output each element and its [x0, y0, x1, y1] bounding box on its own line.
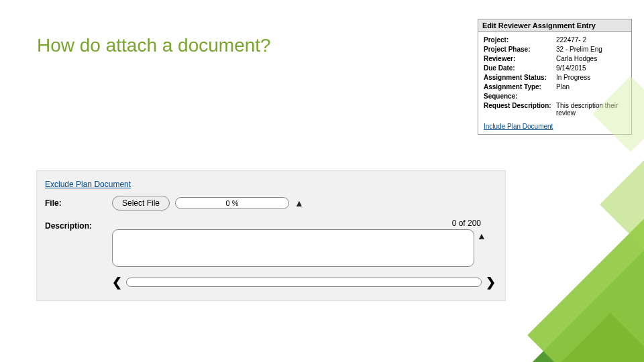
- panel-value: Carla Hodges: [556, 55, 626, 62]
- panel-value: 9/14/2015: [556, 64, 626, 72]
- panel-value: This description their review: [556, 102, 626, 117]
- panel-body: Project: 222477- 2 Project Phase: 32 - P…: [478, 32, 631, 134]
- panel-row-status: Assignment Status: In Progress: [484, 74, 626, 81]
- panel-value: 32 - Prelim Eng: [556, 46, 626, 53]
- panel-value: 222477- 2: [556, 36, 626, 44]
- select-file-button[interactable]: Select File: [112, 196, 170, 210]
- file-label: File:: [45, 196, 112, 208]
- panel-value: In Progress: [556, 74, 626, 81]
- panel-label: Project:: [484, 36, 556, 44]
- panel-value: Plan: [556, 83, 626, 90]
- description-label: Description:: [45, 219, 112, 231]
- panel-row-request-desc: Request Description: This description th…: [484, 102, 626, 117]
- panel-row-project: Project: 222477- 2: [484, 36, 626, 44]
- panel-row-type: Assignment Type: Plan: [484, 83, 626, 90]
- nav-next-button[interactable]: ❯: [486, 275, 496, 290]
- panel-label: Sequence:: [484, 93, 556, 100]
- page-title: How do attach a document?: [37, 35, 271, 56]
- nav-bar: ❮ ❯: [112, 275, 497, 290]
- include-plan-document-link[interactable]: Include Plan Document: [484, 123, 553, 130]
- panel-label: Reviewer:: [484, 55, 556, 62]
- panel-row-phase: Project Phase: 32 - Prelim Eng: [484, 46, 626, 53]
- description-input[interactable]: [112, 229, 474, 267]
- panel-label: Assignment Type:: [484, 83, 556, 90]
- panel-label: Project Phase:: [484, 46, 556, 53]
- description-row: Description: 0 of 200 ▲: [45, 219, 497, 267]
- char-count: 0 of 200: [112, 219, 497, 228]
- nav-scroll-track[interactable]: [126, 278, 482, 287]
- panel-row-sequence: Sequence:: [484, 93, 626, 100]
- panel-row-due-date: Due Date: 9/14/2015: [484, 64, 626, 72]
- panel-row-reviewer: Reviewer: Carla Hodges: [484, 55, 626, 62]
- panel-header: Edit Reviewer Assignment Entry: [478, 19, 631, 32]
- panel-label: Due Date:: [484, 64, 556, 72]
- panel-value: [556, 93, 626, 100]
- upload-progress: 0 %: [175, 197, 289, 209]
- panel-label: Request Description:: [484, 102, 556, 117]
- file-row: File: Select File 0 % ▲: [45, 196, 497, 210]
- warning-icon: ▲: [477, 231, 486, 241]
- warning-icon: ▲: [294, 198, 304, 208]
- nav-prev-button[interactable]: ❮: [112, 275, 122, 290]
- assignment-panel: Edit Reviewer Assignment Entry Project: …: [478, 19, 632, 135]
- exclude-plan-document-link[interactable]: Exclude Plan Document: [45, 180, 131, 189]
- panel-label: Assignment Status:: [484, 74, 556, 81]
- attach-document-form: Exclude Plan Document File: Select File …: [36, 170, 506, 301]
